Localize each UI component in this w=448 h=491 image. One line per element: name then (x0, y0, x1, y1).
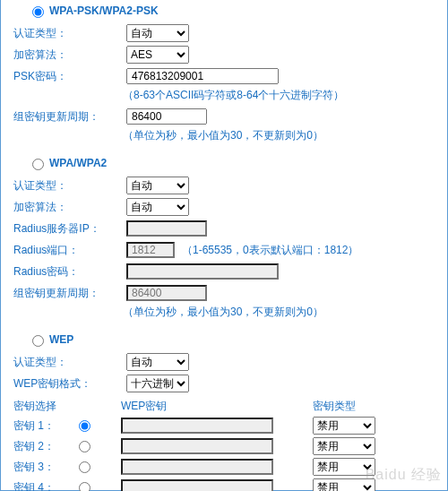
auth-type-label-2: 认证类型： (13, 178, 110, 194)
title-wpa-psk: WPA-PSK/WPA2-PSK (49, 4, 159, 17)
radius-ip-input[interactable] (126, 220, 207, 237)
psk-password-label: PSK密码： (13, 69, 110, 84)
wep-key-input-3[interactable] (121, 459, 273, 475)
enc-algo-label: 加密算法： (13, 47, 110, 63)
radio-wpa-psk[interactable] (32, 6, 44, 18)
wep-key-input-4[interactable] (121, 479, 273, 491)
wep-key-row: 密钥 1： 禁用 (13, 417, 435, 435)
wep-header-key: WEP密钥 (121, 399, 313, 414)
auth-type-label-3: 认证类型： (13, 355, 110, 370)
enc-algo-select-2[interactable]: 自动 (126, 198, 189, 216)
wep-key-label: 密钥 4： (13, 480, 74, 492)
group-key-hint-2: （单位为秒，最小值为30，不更新则为0） (13, 305, 435, 320)
radius-port-hint: （1-65535，0表示默认端口：1812） (182, 243, 358, 258)
radius-pw-input[interactable] (126, 263, 279, 280)
wep-key-radio-2[interactable] (79, 441, 90, 452)
group-key-label-2: 组密钥更新周期： (13, 286, 110, 301)
wep-key-radio-4[interactable] (79, 482, 90, 492)
radius-port-label: Radius端口： (13, 243, 110, 258)
section-wpa: WPA/WPA2 认证类型： 自动 加密算法： 自动 Radius服务器IP： … (13, 156, 435, 320)
section-wep: WEP 认证类型： 自动 WEP密钥格式： 十六进制 密钥选择 WEP密钥 密钥… (13, 332, 435, 491)
wep-key-label: 密钥 2： (13, 439, 74, 454)
psk-password-input[interactable] (126, 68, 279, 84)
enc-algo-select[interactable]: AES (126, 46, 189, 64)
radio-wep[interactable] (32, 335, 44, 347)
wep-key-row: 密钥 4： 禁用 (13, 478, 435, 491)
wep-key-input-1[interactable] (121, 418, 273, 434)
group-key-input-2[interactable] (126, 285, 207, 301)
wep-key-radio-1[interactable] (79, 420, 90, 432)
group-key-label-1: 组密钥更新周期： (13, 109, 110, 125)
radius-ip-label: Radius服务器IP： (13, 221, 110, 237)
auth-type-label: 认证类型： (13, 26, 110, 41)
wep-key-input-2[interactable] (121, 438, 273, 454)
wep-header-select: 密钥选择 (13, 399, 121, 414)
wep-key-label: 密钥 3： (13, 460, 74, 475)
auth-type-select[interactable]: 自动 (126, 24, 189, 42)
title-wep: WEP (49, 333, 73, 346)
wep-key-type-3[interactable]: 禁用 (313, 458, 375, 476)
section-wpa-psk: WPA-PSK/WPA2-PSK 认证类型： 自动 加密算法： AES PSK密… (13, 4, 435, 143)
group-key-input-1[interactable] (126, 108, 207, 125)
radius-port-input[interactable] (126, 242, 175, 258)
wep-key-type-2[interactable]: 禁用 (313, 437, 375, 455)
group-key-hint-1: （单位为秒，最小值为30，不更新则为0） (13, 128, 435, 143)
wep-key-row: 密钥 2： 禁用 (13, 437, 435, 455)
auth-type-select-3[interactable]: 自动 (126, 353, 189, 371)
wep-key-label: 密钥 1： (13, 418, 74, 434)
wep-key-row: 密钥 3： 禁用 (13, 458, 435, 476)
wep-key-radio-3[interactable] (79, 461, 90, 473)
auth-type-select-2[interactable]: 自动 (126, 177, 189, 194)
enc-algo-label-2: 加密算法： (13, 200, 110, 215)
wep-key-type-1[interactable]: 禁用 (313, 417, 375, 435)
wep-header-type: 密钥类型 (313, 399, 356, 414)
title-wpa: WPA/WPA2 (49, 157, 107, 169)
wep-format-select[interactable]: 十六进制 (126, 375, 189, 392)
radio-wpa[interactable] (32, 159, 44, 170)
wep-format-label: WEP密钥格式： (13, 376, 110, 392)
wep-key-type-4[interactable]: 禁用 (313, 478, 375, 491)
psk-hint: （8-63个ASCII码字符或8-64个十六进制字符） (13, 88, 435, 103)
radius-pw-label: Radius密码： (13, 264, 110, 280)
